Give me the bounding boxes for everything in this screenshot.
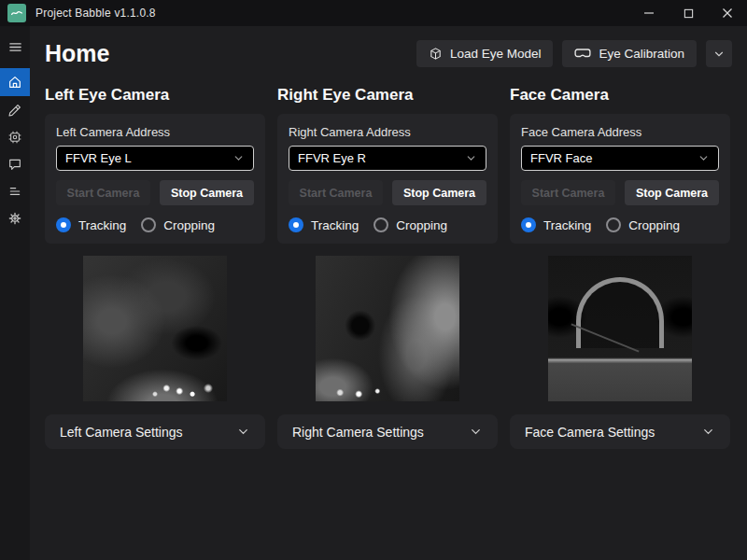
sidebar-item-settings[interactable]	[0, 204, 30, 231]
titlebar: Project Babble v1.1.0.8	[0, 0, 747, 26]
maximize-button[interactable]	[669, 0, 708, 26]
cropping-label: Cropping	[163, 218, 215, 232]
chevron-down-icon	[465, 152, 477, 164]
right-camera-address-select[interactable]: FFVR Eye R	[289, 146, 486, 171]
app-logo	[7, 4, 26, 22]
right-eye-camera-feed	[316, 256, 459, 401]
sidebar-item-algorithm[interactable]	[0, 123, 30, 150]
face-camera-settings-expander[interactable]: Face Camera Settings	[510, 414, 730, 449]
left-camera-card: Left Camera Address FFVR Eye L Start Cam…	[45, 114, 265, 244]
column-title: Face Camera	[510, 86, 730, 105]
sidebar-item-calibration[interactable]	[0, 96, 30, 123]
load-eye-model-label: Load Eye Model	[450, 47, 542, 61]
right-eye-column: Right Eye Camera Right Camera Address FF…	[277, 80, 498, 449]
left-eye-column: Left Eye Camera Left Camera Address FFVR…	[45, 80, 265, 449]
cropping-label: Cropping	[628, 218, 680, 232]
tracking-radio-option[interactable]: Tracking	[521, 217, 591, 232]
list-icon	[7, 184, 22, 199]
radio-selected-icon	[521, 217, 536, 232]
radio-selected-icon	[56, 217, 71, 232]
start-camera-button[interactable]: Start Camera	[289, 180, 383, 205]
chevron-down-icon	[236, 425, 250, 439]
page-header: Home Load Eye Model Eye Calibration	[45, 40, 732, 67]
home-icon	[7, 75, 22, 90]
sidebar	[0, 26, 30, 560]
pencil-icon	[7, 103, 22, 118]
tracking-radio-option[interactable]: Tracking	[56, 217, 126, 232]
eye-calibration-dropdown-button[interactable]	[706, 40, 732, 67]
maximize-icon	[684, 8, 694, 19]
camera-button-row: Start Camera Stop Camera	[521, 180, 719, 205]
face-column: Face Camera Face Camera Address FFVR Fac…	[510, 80, 730, 449]
camera-address-value: FFVR Eye L	[65, 151, 132, 165]
headset-silhouette	[576, 277, 664, 348]
babble-face-logo	[9, 6, 24, 21]
camera-address-label: Right Camera Address	[289, 125, 486, 139]
app-title: Project Babble v1.1.0.8	[35, 7, 156, 20]
sidebar-item-output[interactable]	[0, 177, 30, 204]
mode-radio-group: Tracking Cropping	[521, 217, 719, 232]
chat-icon	[7, 157, 22, 172]
start-camera-button[interactable]: Start Camera	[56, 180, 150, 205]
chevron-down-icon	[233, 152, 245, 164]
main-content: Home Load Eye Model Eye Calibration	[30, 26, 747, 560]
window-controls	[629, 0, 747, 26]
left-eye-camera-feed	[83, 256, 227, 401]
camera-settings-label: Face Camera Settings	[525, 425, 655, 440]
hamburger-icon	[7, 39, 23, 55]
stop-camera-button[interactable]: Stop Camera	[160, 180, 254, 205]
chevron-down-icon	[712, 48, 726, 61]
stop-camera-button[interactable]: Stop Camera	[625, 180, 719, 205]
tracking-radio-option[interactable]: Tracking	[289, 217, 359, 232]
camera-button-row: Start Camera Stop Camera	[289, 180, 486, 205]
eye-calibration-label: Eye Calibration	[599, 47, 684, 61]
face-camera-address-select[interactable]: FFVR Face	[521, 146, 719, 171]
left-camera-settings-expander[interactable]: Left Camera Settings	[45, 414, 265, 449]
radio-unselected-icon	[141, 217, 156, 232]
camera-address-value: FFVR Face	[530, 151, 592, 165]
radio-selected-icon	[289, 217, 303, 232]
tracking-label: Tracking	[543, 218, 591, 232]
camera-address-label: Face Camera Address	[521, 125, 719, 139]
sidebar-item-home[interactable]	[0, 68, 30, 96]
stop-camera-button[interactable]: Stop Camera	[392, 180, 486, 205]
cropping-radio-option[interactable]: Cropping	[141, 217, 215, 232]
cube-icon	[429, 47, 443, 61]
cropping-radio-option[interactable]: Cropping	[374, 217, 447, 232]
minimize-icon	[643, 7, 655, 19]
start-camera-button[interactable]: Start Camera	[521, 180, 615, 205]
close-button[interactable]	[708, 0, 747, 26]
close-icon	[722, 7, 733, 19]
camera-address-label: Left Camera Address	[56, 125, 254, 139]
cropping-radio-option[interactable]: Cropping	[606, 217, 680, 232]
chevron-down-icon	[701, 425, 715, 439]
header-actions: Load Eye Model Eye Calibration	[416, 40, 732, 67]
chevron-down-icon	[469, 425, 483, 439]
face-camera-feed	[548, 256, 692, 401]
left-camera-address-select[interactable]: FFVR Eye L	[56, 146, 254, 171]
right-camera-card: Right Camera Address FFVR Eye R Start Ca…	[277, 114, 498, 244]
page-title: Home	[45, 40, 109, 67]
mode-radio-group: Tracking Cropping	[289, 217, 486, 232]
face-camera-card: Face Camera Address FFVR Face Start Came…	[510, 114, 730, 244]
chevron-down-icon	[698, 152, 710, 164]
camera-settings-label: Right Camera Settings	[292, 425, 424, 440]
column-title: Left Eye Camera	[45, 86, 265, 105]
eye-calibration-button[interactable]: Eye Calibration	[562, 40, 697, 67]
tracking-label: Tracking	[311, 218, 359, 232]
minimize-button[interactable]	[629, 0, 669, 26]
mode-radio-group: Tracking Cropping	[56, 217, 254, 232]
right-camera-settings-expander[interactable]: Right Camera Settings	[277, 414, 498, 449]
sidebar-item-feedback[interactable]	[0, 150, 30, 177]
tracking-label: Tracking	[78, 218, 126, 232]
goggles-icon	[574, 47, 591, 61]
load-eye-model-button[interactable]: Load Eye Model	[416, 40, 554, 67]
column-title: Right Eye Camera	[277, 86, 498, 105]
sidebar-item-menu[interactable]	[0, 34, 30, 61]
gear-icon	[7, 211, 22, 226]
camera-settings-label: Left Camera Settings	[60, 425, 183, 440]
camera-button-row: Start Camera Stop Camera	[56, 180, 254, 205]
radio-unselected-icon	[374, 217, 388, 232]
cropping-label: Cropping	[396, 218, 447, 232]
radio-unselected-icon	[606, 217, 621, 232]
